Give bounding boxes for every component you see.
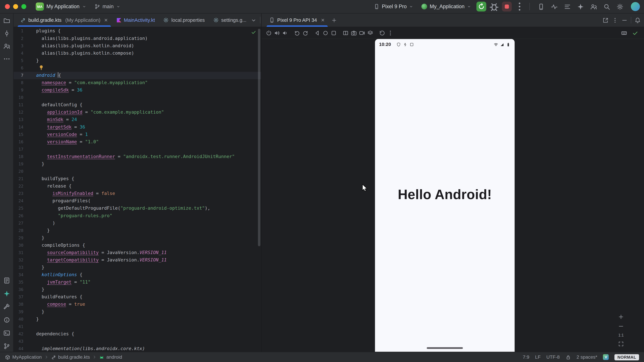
zoom-reset-button[interactable]: 1:1 (618, 333, 624, 337)
more-run-actions-icon[interactable] (514, 1, 525, 12)
rotate-left-icon[interactable] (294, 30, 300, 36)
gemini-tool-icon[interactable] (3, 290, 10, 297)
volume-down-icon[interactable] (282, 30, 288, 36)
kotlin-icon (117, 18, 122, 22)
line-number: 5 (14, 57, 24, 64)
code-text: } (24, 264, 44, 271)
zoom-in-icon[interactable] (618, 314, 624, 320)
pane-options-icon[interactable] (612, 17, 618, 23)
editor-tab[interactable]: MainActivity.kt (113, 13, 159, 27)
tab-running-device[interactable]: Pixel 9 Pro API 34 (265, 13, 330, 27)
snapshots-icon[interactable] (367, 30, 373, 36)
line-number: 40 (14, 316, 24, 323)
editor-pane: build.gradle.kts (My Application)MainAct… (14, 13, 262, 352)
code-line: 11 defaultConfig { (14, 101, 261, 109)
encoding-widget[interactable]: UTF-8 (546, 355, 560, 360)
editor-tab[interactable]: build.gradle.kts (My Application) (16, 13, 113, 27)
search-everywhere-icon[interactable] (604, 3, 610, 10)
debug-button[interactable] (489, 1, 500, 12)
code-with-me-icon[interactable] (590, 3, 597, 10)
project-tool-icon[interactable] (3, 17, 10, 24)
code-text: } (24, 57, 39, 64)
ai-assistant-icon[interactable] (577, 3, 584, 10)
build-tool-icon[interactable] (3, 303, 10, 310)
device-screen[interactable]: 10:20 Hello Android! (375, 39, 515, 352)
code-line: 32 targetCompatibility = JavaVersion.VER… (14, 257, 261, 264)
chevron-down-icon (82, 4, 86, 8)
terminal-tool-icon[interactable] (3, 330, 10, 337)
problems-tool-icon[interactable] (3, 317, 10, 324)
structure-icon[interactable] (564, 3, 571, 10)
lock-icon[interactable] (566, 355, 571, 360)
more-tool-windows-icon[interactable] (3, 55, 10, 62)
ideavim-icon[interactable]: V (603, 354, 609, 360)
profiler-icon[interactable] (551, 3, 558, 10)
run-config-icon (422, 4, 427, 9)
version-control-tool-icon[interactable] (3, 343, 10, 350)
window-close-button[interactable] (5, 4, 10, 9)
zoom-fit-icon[interactable] (618, 341, 624, 347)
code-text: } (24, 316, 39, 323)
code-text: targetSdk = 36 (24, 123, 85, 131)
power-icon[interactable] (266, 30, 272, 36)
code-text: isMinifyEnabled = false (24, 190, 115, 197)
avatar[interactable] (631, 2, 640, 11)
add-device-tab-button[interactable] (329, 13, 339, 27)
hardware-input-icon[interactable] (621, 30, 627, 36)
settings-icon[interactable] (616, 3, 624, 10)
vcs-widget[interactable]: main (92, 2, 123, 11)
branch-name: main (102, 4, 114, 9)
hidden-tabs-icon[interactable] (250, 17, 257, 23)
logcat-tool-icon[interactable] (3, 277, 10, 284)
run-config-selector[interactable]: My_Application (418, 2, 474, 11)
inspections-ok-icon[interactable] (251, 29, 256, 35)
editor-tab[interactable]: settings.g... (209, 13, 250, 27)
fold-icon[interactable] (342, 30, 349, 36)
editor-tab[interactable]: local.properties (159, 13, 209, 27)
pull-requests-tool-icon[interactable] (3, 43, 10, 50)
close-tab-icon[interactable] (104, 17, 108, 22)
breadcrumb-item[interactable]: android (99, 355, 122, 360)
line-number: 4 (14, 50, 24, 57)
close-tab-icon[interactable] (320, 17, 325, 22)
line-number: 8 (14, 79, 24, 87)
line-number: 42 (14, 330, 24, 338)
editor-scrollbar[interactable] (258, 29, 260, 246)
line-separator-widget[interactable]: LF (535, 355, 540, 360)
volume-up-icon[interactable] (274, 30, 280, 36)
intention-bulb-icon[interactable] (38, 65, 44, 70)
hide-pane-icon[interactable] (621, 17, 628, 23)
config-icon (163, 17, 169, 23)
breadcrumb-item[interactable]: build.gradle.kts (51, 355, 90, 360)
code-editor[interactable]: 1plugins {2 alias(libs.plugins.android.a… (14, 27, 261, 352)
gesture-pill[interactable] (427, 347, 463, 349)
code-text (24, 323, 36, 330)
notifications-icon[interactable] (634, 17, 641, 23)
window-minimize-button[interactable] (13, 4, 18, 9)
line-number: 3 (14, 42, 24, 50)
open-in-window-icon[interactable] (602, 17, 609, 23)
back-icon[interactable] (314, 30, 320, 36)
home-icon[interactable] (322, 30, 328, 36)
more-options-icon[interactable] (387, 30, 394, 36)
project-widget[interactable]: MA My Application (33, 2, 89, 11)
code-text: applicationId = "com.example.myapplicati… (24, 109, 164, 116)
screenshot-icon[interactable] (351, 30, 357, 36)
zoom-out-icon[interactable] (618, 324, 624, 329)
code-text: sourceCompatibility = JavaVersion.VERSIO… (24, 249, 167, 257)
reset-icon[interactable] (379, 30, 385, 36)
rotate-right-icon[interactable] (302, 30, 308, 36)
window-zoom-button[interactable] (21, 4, 26, 9)
stop-button[interactable] (502, 2, 512, 11)
recents-icon[interactable] (330, 30, 337, 36)
device-selector[interactable]: Pixel 9 Pro (371, 2, 416, 11)
indent-widget[interactable]: 2 spaces* (576, 355, 598, 360)
commit-tool-icon[interactable] (3, 30, 10, 37)
screen-record-icon[interactable] (359, 30, 365, 36)
caret-position-widget[interactable]: 7:9 (523, 355, 529, 360)
device-manager-icon[interactable] (538, 3, 545, 10)
code-text: } (24, 161, 44, 168)
breadcrumb-item[interactable]: MyApplication (5, 355, 42, 360)
running-devices-pane: Pixel 9 Pro API 34 (262, 13, 644, 352)
run-button[interactable] (476, 2, 486, 11)
